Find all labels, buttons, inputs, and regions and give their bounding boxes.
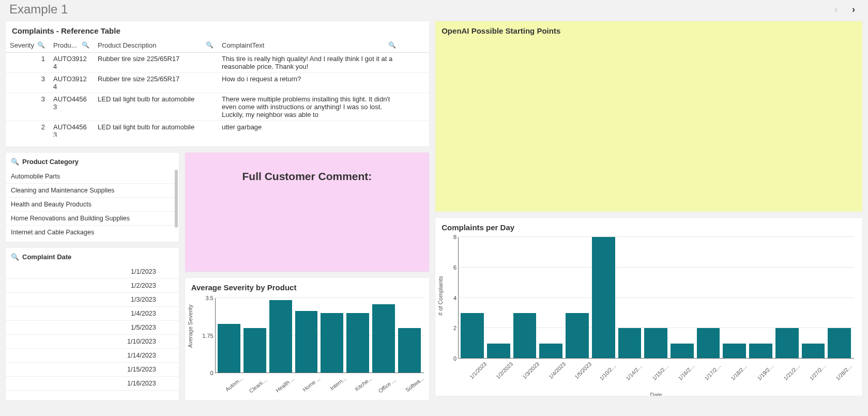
search-icon[interactable]: 🔍 <box>37 41 45 49</box>
col-description[interactable]: Product Description🔍 <box>94 38 218 53</box>
table-row[interactable]: 3AUTO44563LED tail light bulb for automo… <box>6 93 429 121</box>
list-item[interactable]: Home Renovations and Building Supplies <box>6 212 179 226</box>
list-item[interactable]: 1/3/2023 <box>6 293 179 307</box>
prev-sheet-button[interactable]: ‹ <box>831 4 841 14</box>
list-item[interactable]: 1/10/2023 <box>6 335 179 349</box>
chart-bar[interactable] <box>372 304 395 373</box>
col-complaint[interactable]: ComplaintText🔍 <box>218 38 400 53</box>
table-row[interactable]: 2AUTO44563LED tail light bulb for automo… <box>6 121 429 137</box>
cell-description: Rubber tire size 225/65R17 <box>94 73 218 93</box>
x-tick-label: Kitche... <box>351 375 377 400</box>
complaint-date-filter-panel[interactable]: 🔍 Complaint Date 1/1/20231/2/20231/3/202… <box>5 247 179 400</box>
complaints-reference-table-panel[interactable]: Complaints - Reference Table Severity🔍 P… <box>5 21 430 147</box>
list-item[interactable]: 1/5/2023 <box>6 321 179 335</box>
complaints-per-day-chart[interactable]: # of Complaints 02468 1/1/20231/2/20231/… <box>435 235 862 396</box>
full-customer-comment-panel[interactable]: Full Customer Comment: <box>185 152 430 272</box>
list-item[interactable]: 1/2/2023 <box>6 279 179 293</box>
col-blank <box>400 38 429 53</box>
list-item[interactable]: 1/15/2023 <box>6 363 179 377</box>
sheet-title: Example 1 <box>9 2 68 17</box>
cell-product: AUTO39124 <box>49 73 94 93</box>
chart-bar[interactable] <box>295 311 318 373</box>
x-tick-label: Health ... <box>273 375 300 400</box>
x-tick-label: Office S... <box>377 375 403 400</box>
cell-severity: 2 <box>6 121 49 137</box>
chart-bar[interactable] <box>723 344 746 359</box>
chart-bar[interactable] <box>592 237 615 359</box>
x-tick-label: Home ... <box>299 375 326 400</box>
list-item[interactable]: Internet and Cable Packages <box>6 226 179 236</box>
chart-bar[interactable] <box>618 328 642 359</box>
search-icon[interactable]: 🔍 <box>388 41 396 49</box>
avg-severity-title: Average Severity by Product <box>185 278 430 295</box>
next-sheet-button[interactable]: › <box>848 4 859 14</box>
search-icon[interactable]: 🔍 <box>82 41 89 49</box>
product-category-header[interactable]: 🔍 Product Category <box>6 153 179 170</box>
chart-bar[interactable] <box>539 344 562 359</box>
chart-bar[interactable] <box>697 328 720 359</box>
complaints-table[interactable]: Severity🔍 Produ...🔍 Product Description🔍… <box>6 38 429 137</box>
list-item[interactable]: 1/4/2023 <box>6 307 179 321</box>
cell-product: AUTO39124 <box>49 53 94 73</box>
cell-blank <box>400 121 429 137</box>
cell-description: LED tail light bulb for automobile <box>94 93 218 121</box>
chart-bar[interactable] <box>243 328 266 373</box>
x-tick-label: Intern... <box>325 375 352 400</box>
openai-starting-points-title: OpenAI Possible Starting Points <box>435 21 862 38</box>
chart-bar[interactable] <box>828 328 851 359</box>
sheet-nav: ‹ › <box>831 4 859 14</box>
x-tick-label: Cleanin... <box>248 375 274 400</box>
avg-severity-chart[interactable]: Average Severity 01.753.5 Autom...Cleani… <box>185 295 430 400</box>
product-category-filter-panel[interactable]: 🔍 Product Category Automobile PartsClean… <box>5 152 179 242</box>
col-product[interactable]: Produ...🔍 <box>49 38 94 53</box>
product-category-list[interactable]: Automobile PartsCleaning and Maintenance… <box>6 170 179 236</box>
cell-product: AUTO44563 <box>49 93 94 121</box>
complaint-date-list[interactable]: 1/1/20231/2/20231/3/20231/4/20231/5/2023… <box>6 265 179 391</box>
cell-severity: 3 <box>6 93 49 121</box>
cell-description: Rubber tire size 225/65R17 <box>94 53 218 73</box>
chart-bar[interactable] <box>461 313 484 359</box>
chart-bar[interactable] <box>218 324 240 373</box>
cpd-ylabel: # of Complaints <box>437 276 444 315</box>
search-icon[interactable]: 🔍 <box>11 158 19 166</box>
col-severity[interactable]: Severity🔍 <box>6 38 49 53</box>
complaint-date-header[interactable]: 🔍 Complaint Date <box>6 248 179 265</box>
chart-bar[interactable] <box>321 313 343 373</box>
scrollbar[interactable] <box>175 170 178 228</box>
list-item[interactable]: 1/1/2023 <box>6 265 179 279</box>
cell-blank <box>400 73 429 93</box>
chart-bar[interactable] <box>398 328 421 373</box>
complaints-per-day-title: Complaints per Day <box>435 218 862 235</box>
chart-bar[interactable] <box>513 313 537 359</box>
chart-bar[interactable] <box>644 328 667 359</box>
full-customer-comment-title: Full Customer Comment: <box>242 170 372 183</box>
avg-severity-ylabel: Average Severity <box>187 304 193 348</box>
cell-complaint: There were multiple problems installing … <box>218 93 400 121</box>
chart-bar[interactable] <box>749 344 772 359</box>
search-icon[interactable]: 🔍 <box>206 41 214 49</box>
list-item[interactable]: Cleaning and Maintenance Supplies <box>6 184 179 198</box>
chart-bar[interactable] <box>671 344 694 359</box>
chevron-left-icon: ‹ <box>834 4 837 15</box>
chart-bar[interactable] <box>487 344 510 359</box>
chart-bar[interactable] <box>346 313 369 373</box>
openai-starting-points-panel[interactable]: OpenAI Possible Starting Points <box>435 21 863 212</box>
list-item[interactable]: 1/14/2023 <box>6 349 179 363</box>
cell-complaint: How do i request a return? <box>218 73 400 93</box>
table-row[interactable]: 3AUTO39124Rubber tire size 225/65R17How … <box>6 73 429 93</box>
list-item[interactable]: Health and Beauty Products <box>6 198 179 212</box>
lower-left-row: 🔍 Product Category Automobile PartsClean… <box>5 152 430 400</box>
chart-bar[interactable] <box>802 344 825 359</box>
chart-bar[interactable] <box>775 328 799 359</box>
sheet-header: Example 1 ‹ › <box>0 0 868 21</box>
list-item[interactable]: Automobile Parts <box>6 170 179 184</box>
avg-severity-panel[interactable]: Average Severity by Product Average Seve… <box>185 277 430 400</box>
search-icon[interactable]: 🔍 <box>11 253 19 261</box>
chevron-right-icon: › <box>852 4 855 15</box>
cell-severity: 3 <box>6 73 49 93</box>
chart-bar[interactable] <box>566 313 589 359</box>
list-item[interactable]: 1/16/2023 <box>6 377 179 391</box>
table-row[interactable]: 1AUTO39124Rubber tire size 225/65R17This… <box>6 53 429 73</box>
complaints-per-day-panel[interactable]: Complaints per Day # of Complaints 02468… <box>435 217 863 396</box>
chart-bar[interactable] <box>269 300 292 373</box>
